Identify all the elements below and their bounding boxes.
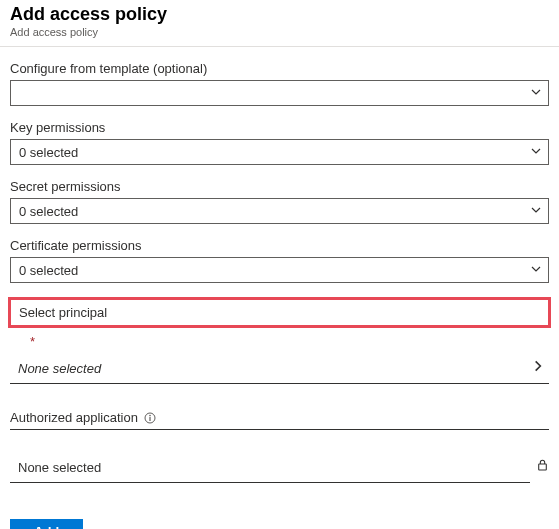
page-title: Add access policy bbox=[10, 4, 549, 25]
chevron-right-icon bbox=[531, 359, 545, 377]
certificate-permissions-label: Certificate permissions bbox=[10, 238, 549, 253]
template-select[interactable] bbox=[10, 80, 549, 106]
page-subtitle: Add access policy bbox=[10, 26, 549, 38]
principal-value: None selected bbox=[18, 361, 101, 376]
certificate-permissions-field: Certificate permissions 0 selected bbox=[10, 238, 549, 283]
key-permissions-select[interactable]: 0 selected bbox=[10, 139, 549, 165]
select-principal-label: Select principal bbox=[19, 305, 540, 320]
select-principal-picker[interactable]: None selected bbox=[10, 353, 549, 384]
authorized-application-label: Authorized application bbox=[10, 410, 138, 425]
key-permissions-value: 0 selected bbox=[19, 145, 78, 160]
key-permissions-label: Key permissions bbox=[10, 120, 549, 135]
template-field: Configure from template (optional) bbox=[10, 61, 549, 106]
secret-permissions-field: Secret permissions 0 selected bbox=[10, 179, 549, 224]
required-indicator: * bbox=[30, 334, 549, 349]
secret-permissions-value: 0 selected bbox=[19, 204, 78, 219]
select-principal-highlight: Select principal bbox=[8, 297, 551, 328]
svg-point-1 bbox=[149, 414, 151, 416]
secret-permissions-select[interactable]: 0 selected bbox=[10, 198, 549, 224]
svg-rect-2 bbox=[149, 417, 150, 421]
chevron-down-icon bbox=[530, 204, 542, 219]
lock-icon bbox=[530, 457, 549, 481]
certificate-permissions-value: 0 selected bbox=[19, 263, 78, 278]
form-content: Configure from template (optional) Key p… bbox=[0, 47, 559, 529]
svg-rect-3 bbox=[539, 464, 547, 470]
authorized-application-value: None selected bbox=[18, 460, 101, 475]
template-label: Configure from template (optional) bbox=[10, 61, 549, 76]
secret-permissions-label: Secret permissions bbox=[10, 179, 549, 194]
chevron-down-icon bbox=[530, 145, 542, 160]
page-header: Add access policy Add access policy bbox=[0, 0, 559, 47]
authorized-application-section: Authorized application None selected bbox=[10, 410, 549, 483]
add-button[interactable]: Add bbox=[10, 519, 83, 529]
authorized-application-picker[interactable]: None selected bbox=[10, 452, 530, 483]
chevron-down-icon bbox=[530, 86, 542, 101]
info-icon[interactable] bbox=[144, 412, 156, 424]
key-permissions-field: Key permissions 0 selected bbox=[10, 120, 549, 165]
chevron-down-icon bbox=[530, 263, 542, 278]
certificate-permissions-select[interactable]: 0 selected bbox=[10, 257, 549, 283]
authorized-application-label-row: Authorized application bbox=[10, 410, 549, 430]
